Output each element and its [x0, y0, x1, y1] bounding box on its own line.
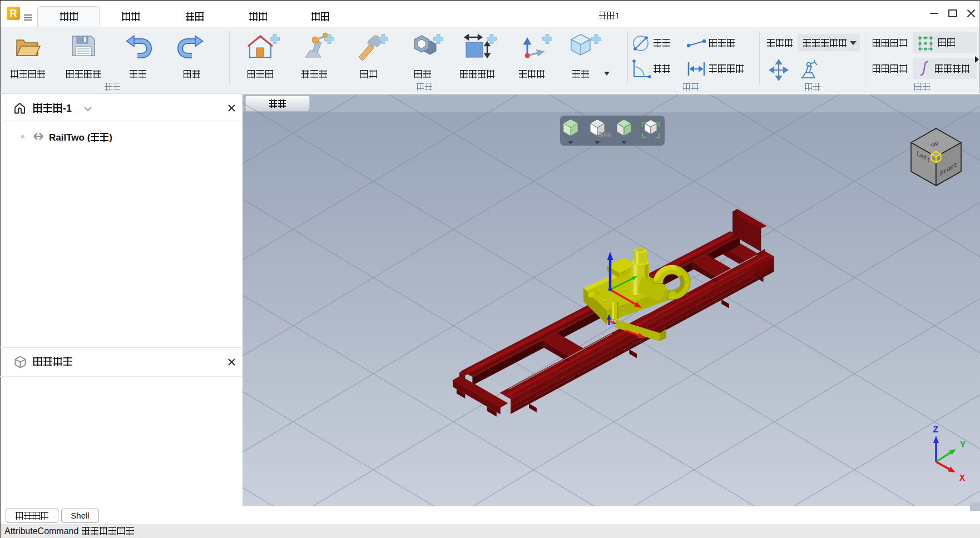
svg-text:Solid: Solid [598, 132, 611, 138]
svg-text:X: X [959, 473, 966, 484]
svg-text:Z: Z [933, 425, 938, 435]
svg-text:Y: Y [960, 440, 966, 450]
